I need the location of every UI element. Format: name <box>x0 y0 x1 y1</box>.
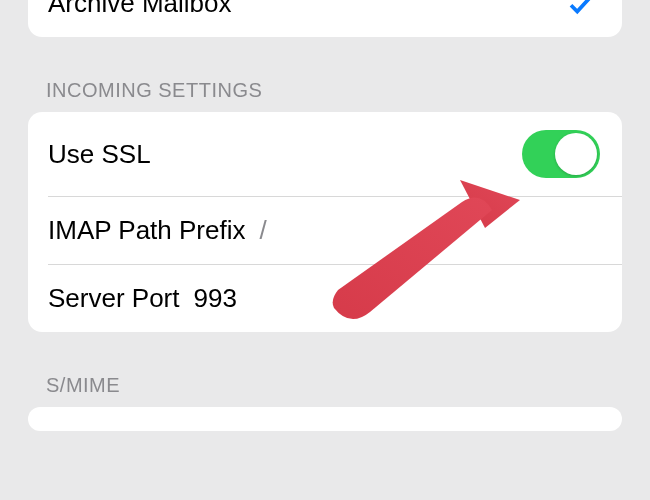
smime-group <box>28 407 622 431</box>
smime-header: S/MIME <box>0 374 650 407</box>
archive-mailbox-label: Archive Mailbox <box>48 0 232 19</box>
use-ssl-label: Use SSL <box>48 139 151 170</box>
imap-path-prefix-value: / <box>260 215 267 246</box>
incoming-settings-header: INCOMING SETTINGS <box>0 79 650 112</box>
top-settings-group: Archive Mailbox <box>28 0 622 37</box>
use-ssl-toggle[interactable] <box>522 130 600 178</box>
incoming-settings-group: Use SSL IMAP Path Prefix / Server Port 9… <box>28 112 622 332</box>
imap-path-prefix-row[interactable]: IMAP Path Prefix / <box>28 197 622 264</box>
archive-mailbox-row[interactable]: Archive Mailbox <box>28 0 622 37</box>
imap-path-prefix-label: IMAP Path Prefix <box>48 215 246 246</box>
toggle-knob <box>555 133 597 175</box>
use-ssl-row: Use SSL <box>28 112 622 196</box>
smime-row-partial[interactable] <box>28 407 622 431</box>
server-port-row[interactable]: Server Port 993 <box>28 265 622 332</box>
server-port-value: 993 <box>194 283 237 314</box>
server-port-label: Server Port <box>48 283 180 314</box>
checkmark-icon <box>566 0 596 19</box>
